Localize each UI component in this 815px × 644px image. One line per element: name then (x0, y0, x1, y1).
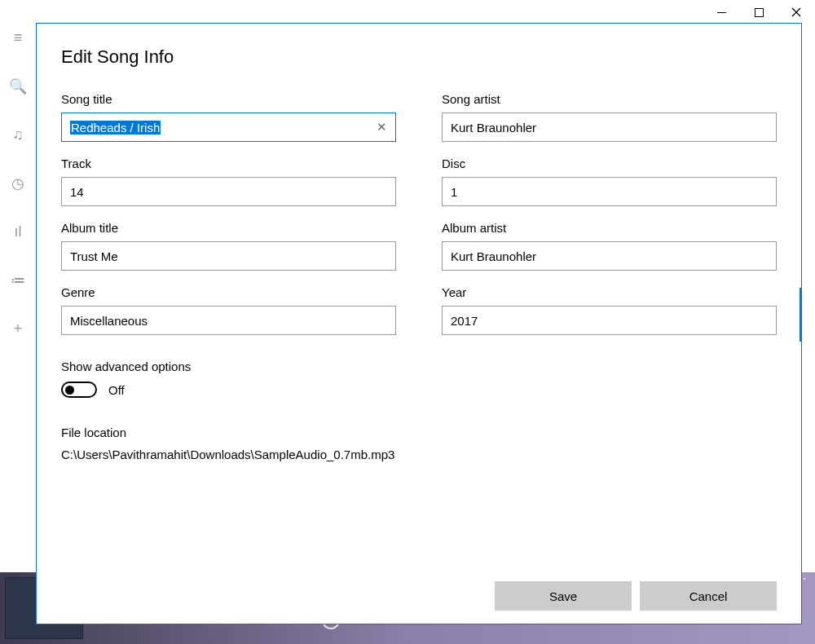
field-genre: Genre Miscellaneous (61, 285, 396, 335)
file-location-section: File location C:\Users\Pavithramahit\Dow… (61, 426, 777, 461)
disc-label: Disc (442, 157, 777, 170)
genre-input[interactable]: Miscellaneous (61, 306, 396, 335)
advanced-options-label: Show advanced options (61, 359, 777, 373)
genre-value: Miscellaneous (70, 314, 387, 328)
music-icon: ♫ (12, 126, 24, 143)
close-button[interactable] (778, 0, 815, 24)
playlist-icon: ≔ (11, 271, 25, 289)
album-artist-label: Album artist (442, 221, 777, 235)
advanced-options-toggle[interactable] (61, 382, 97, 398)
file-location-label: File location (61, 426, 777, 439)
cancel-button[interactable]: Cancel (640, 581, 777, 611)
advanced-options-section: Show advanced options Off (61, 359, 777, 398)
song-title-label: Song title (61, 92, 396, 106)
album-title-label: Album title (61, 221, 396, 235)
search-icon: 🔍 (9, 77, 27, 95)
song-title-input[interactable]: Redheads / Irish ✕ (61, 112, 396, 142)
disc-input[interactable]: 1 (442, 177, 777, 206)
toggle-knob (65, 386, 74, 395)
track-input[interactable]: 14 (61, 177, 396, 206)
file-location-path: C:\Users\Pavithramahit\Downloads\SampleA… (61, 448, 777, 461)
album-artist-input[interactable]: Kurt Braunohler (442, 241, 777, 271)
nowplaying-icon: ıl (15, 223, 22, 240)
genre-label: Genre (61, 285, 396, 299)
minimize-button[interactable] (703, 0, 740, 24)
advanced-options-state: Off (108, 383, 125, 397)
album-title-input[interactable]: Trust Me (61, 241, 396, 271)
song-artist-value: Kurt Braunohler (451, 121, 768, 135)
field-album-artist: Album artist Kurt Braunohler (442, 221, 777, 271)
track-value: 14 (70, 185, 387, 199)
song-artist-input[interactable]: Kurt Braunohler (442, 112, 777, 142)
edit-song-info-dialog: Edit Song Info Song title Redheads / Iri… (36, 23, 802, 624)
form-grid: Song title Redheads / Irish ✕ Song artis… (61, 92, 777, 335)
svg-rect-1 (755, 8, 763, 16)
track-label: Track (61, 157, 396, 170)
recent-icon: ◷ (11, 174, 24, 192)
field-track: Track 14 (61, 157, 396, 206)
save-button[interactable]: Save (495, 581, 632, 611)
disc-value: 1 (451, 185, 768, 199)
dialog-footer: Save Cancel (37, 568, 801, 624)
maximize-button[interactable] (740, 0, 778, 24)
field-song-title: Song title Redheads / Irish ✕ (61, 92, 396, 142)
song-title-value: Redheads / Irish (70, 121, 161, 135)
year-input[interactable]: 2017 (442, 306, 777, 335)
field-album-title: Album title Trust Me (61, 221, 396, 271)
year-value: 2017 (451, 314, 768, 328)
dialog-title: Edit Song Info (61, 46, 777, 68)
year-label: Year (442, 285, 777, 299)
song-artist-label: Song artist (442, 92, 777, 106)
field-song-artist: Song artist Kurt Braunohler (442, 92, 777, 142)
titlebar-controls (703, 0, 815, 24)
album-artist-value: Kurt Braunohler (451, 249, 768, 263)
field-disc: Disc 1 (442, 157, 777, 206)
field-year: Year 2017 (442, 285, 777, 335)
clear-icon[interactable]: ✕ (377, 120, 387, 135)
hamburger-icon: ≡ (14, 29, 23, 46)
album-title-value: Trust Me (70, 249, 387, 263)
scrollbar-accent (800, 288, 802, 342)
background-sidebar: ≡ 🔍 ♫ ◷ ıl ≔ + (0, 23, 36, 536)
add-icon: + (14, 320, 23, 337)
